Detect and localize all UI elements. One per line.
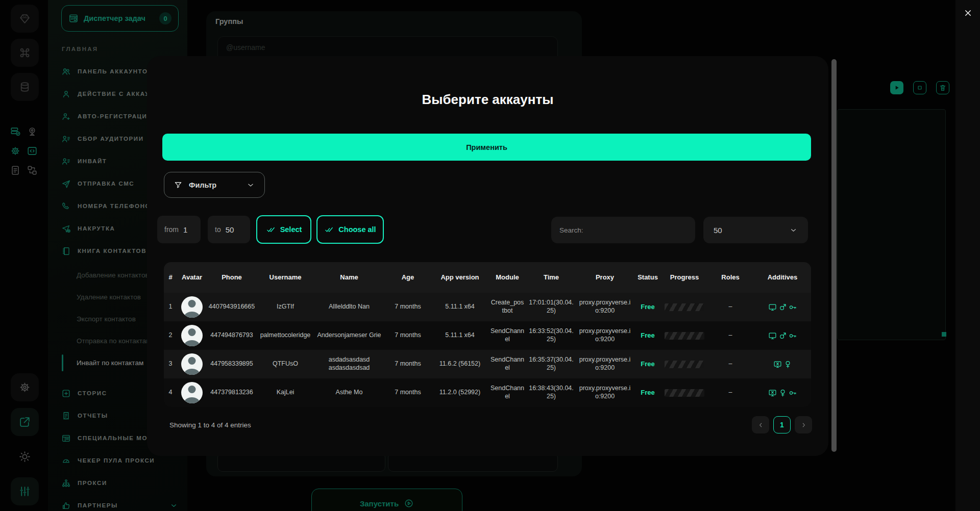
close-button[interactable] [960, 5, 975, 20]
double-check-icon [324, 225, 334, 235]
column-header: Progress [662, 262, 707, 293]
search-input[interactable] [559, 226, 687, 234]
progress-bar [665, 332, 704, 340]
cell-name: asdadsasdasd asdasdasdsad [314, 350, 384, 378]
cell-roles: – [707, 350, 754, 378]
cell-app-version: 11.6.2 (56152) [431, 350, 488, 378]
monitor-x-icon [773, 360, 782, 369]
cell-additives [754, 293, 811, 321]
cell-time: 17:01:01(30.04.25) [526, 293, 576, 321]
cell-module: SendChannel [488, 321, 526, 350]
account-row[interactable]: 4 447379813236 KajLei Asthe Mo 7 months … [164, 378, 811, 407]
cell-num: 4 [164, 378, 177, 407]
cell-app-version: 11.2.0 (52992) [431, 378, 488, 407]
funnel-icon [174, 181, 183, 190]
column-header: Phone [207, 262, 257, 293]
cell-username: KajLei [257, 378, 314, 407]
chevron-down-icon [246, 181, 255, 190]
additives [768, 303, 797, 312]
cell-avatar [177, 350, 207, 378]
double-check-icon [324, 225, 334, 235]
range-from-label: from [164, 225, 179, 234]
cell-progress [662, 321, 707, 350]
cell-age: 7 months [384, 378, 431, 407]
cell-name: Alllelddlto Nan [314, 293, 384, 321]
close-icon [963, 8, 973, 18]
cell-num: 1 [164, 293, 177, 321]
avatar [181, 382, 203, 403]
cell-avatar [177, 293, 207, 321]
additives [773, 360, 792, 369]
cell-status: Free [633, 321, 662, 350]
range-to-input[interactable]: to 50 [208, 216, 250, 243]
account-row[interactable]: 2 447494876793 palmettocoleridge Anderso… [164, 321, 811, 350]
close-icon [963, 8, 973, 18]
cell-module: SendChannel [488, 350, 526, 378]
account-row[interactable]: 3 447958339895 QTFUsO asdadsasdasd asdas… [164, 350, 811, 378]
cell-age: 7 months [384, 350, 431, 378]
pagination-next-button[interactable] [795, 416, 812, 433]
cell-progress [662, 378, 707, 407]
range-from-input[interactable]: from 1 [157, 216, 201, 243]
modal-scrollbar[interactable] [831, 59, 837, 452]
progress-bar [665, 303, 704, 311]
cell-proxy: proxy.proxyverse.io:9200 [576, 321, 633, 350]
account-row[interactable]: 1 4407943916665 IzGTIf Alllelddlto Nan 7… [164, 293, 811, 321]
cell-module: Create_postbot [488, 293, 526, 321]
chevron-right-icon [800, 421, 807, 429]
female-icon [778, 389, 787, 397]
cell-time: 16:33:52(30.04.25) [526, 321, 576, 350]
male-icon [778, 303, 787, 312]
page-size-value: 50 [714, 226, 722, 235]
cell-module: SendChannel [488, 378, 526, 407]
female-icon [783, 360, 792, 369]
column-header: App version [431, 262, 488, 293]
range-to-label: to [215, 225, 221, 234]
search-box [551, 217, 695, 243]
cell-progress [662, 293, 707, 321]
pagination-prev-button[interactable] [752, 416, 769, 433]
avatar [181, 325, 203, 346]
select-button[interactable]: Select [256, 215, 311, 244]
page-size-select[interactable]: 50 [703, 217, 808, 243]
column-header: # [164, 262, 177, 293]
progress-bar [665, 361, 704, 368]
select-accounts-modal: Выберите аккаунты Применить Фильтр from … [147, 56, 828, 456]
filter-button[interactable]: Фильтр [164, 172, 265, 198]
cell-roles: – [707, 378, 754, 407]
chevron-right-icon [800, 421, 807, 429]
cell-proxy: proxy.proxyverse.io:9200 [576, 293, 633, 321]
apply-button-label: Применить [466, 143, 507, 151]
column-header: Status [633, 262, 662, 293]
cell-phone: 447379813236 [207, 378, 257, 407]
accounts-table: #AvatarPhoneUsernameNameAgeApp versionMo… [164, 262, 811, 407]
app-root: Диспетчер задач 0 ГЛАВНАЯ ПАНЕЛЬ АККАУНТ… [0, 0, 980, 511]
cell-name: Asthe Mo [314, 378, 384, 407]
cell-phone: 447494876793 [207, 321, 257, 350]
cell-roles: – [707, 321, 754, 350]
cell-time: 16:35:37(30.04.25) [526, 350, 576, 378]
range-to-value: 50 [226, 225, 234, 234]
right-edge-strip [955, 0, 980, 511]
progress-bar [665, 389, 704, 397]
cell-additives [754, 350, 811, 378]
pagination-page-1[interactable]: 1 [773, 416, 791, 433]
cell-app-version: 5.11.1 x64 [431, 293, 488, 321]
column-header: Additives [754, 262, 811, 293]
key-icon [789, 331, 797, 340]
cell-username: QTFUsO [257, 350, 314, 378]
cell-username: palmettocoleridge [257, 321, 314, 350]
choose-all-button[interactable]: Choose all [316, 215, 384, 244]
column-header: Avatar [177, 262, 207, 293]
chevron-down-icon [246, 181, 255, 190]
modal-title: Выберите аккаунты [147, 92, 828, 108]
cell-status: Free [633, 350, 662, 378]
column-header: Username [257, 262, 314, 293]
cell-name: Andersonjameser Grie [314, 321, 384, 350]
status-badge: Free [641, 360, 654, 368]
monitor-icon [768, 303, 777, 312]
column-header: Proxy [576, 262, 633, 293]
column-header: Name [314, 262, 384, 293]
cell-proxy: proxy.proxyverse.io:9200 [576, 350, 633, 378]
apply-button[interactable]: Применить [162, 134, 811, 161]
